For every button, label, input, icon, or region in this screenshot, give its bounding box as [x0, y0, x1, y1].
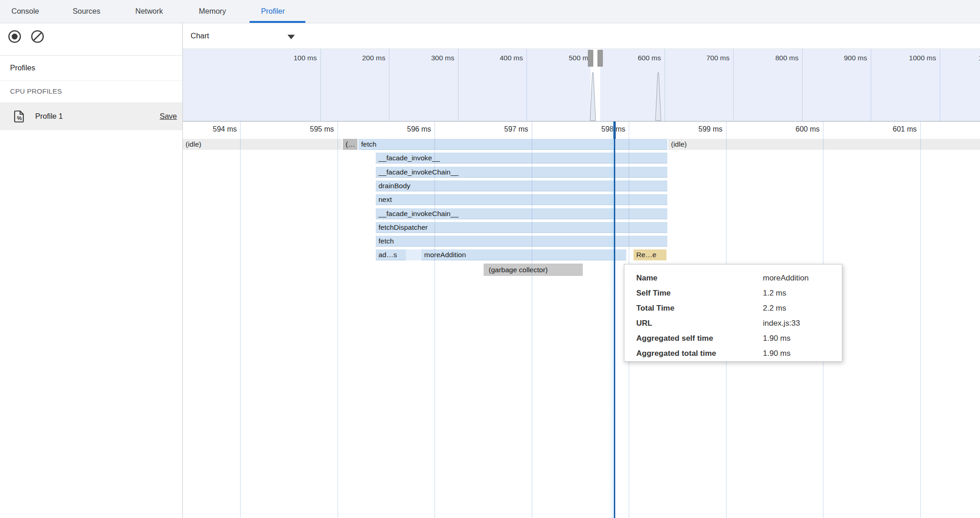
flame-bar-ad-s[interactable]: ad…s [376, 249, 406, 260]
ruler-tick-label: 596 ms [344, 125, 431, 134]
tooltip-value: 1.90 ms [763, 334, 790, 343]
time-gridline [532, 122, 533, 518]
ruler-tick-label: 600 ms [733, 125, 820, 134]
tooltip-value: index.js:33 [763, 319, 800, 328]
clear-icon[interactable] [31, 30, 44, 43]
cpu-profiles-section-heading: CPU PROFILES [10, 81, 62, 102]
time-gridline [337, 122, 338, 518]
flame-bar-idle[interactable]: (idle) [668, 139, 980, 150]
flame-bar-idle[interactable]: (idle) [183, 139, 342, 150]
detail-time-ruler: 594 ms595 ms596 ms597 ms598 ms599 ms600 … [183, 122, 980, 139]
playhead-line [614, 122, 615, 518]
sidebar-divider [182, 23, 183, 518]
sidebar-item-profile-1[interactable]: % Profile 1 Save [0, 102, 182, 130]
view-mode-dropdown[interactable]: Chart [191, 23, 209, 48]
tooltip-value: moreAddition [763, 274, 809, 283]
timeline-overview[interactable]: 100 ms200 ms300 ms400 ms500 ms600 ms700 … [183, 48, 980, 122]
flame-bar-fetchdispatcher[interactable]: fetchDispatcher [376, 222, 667, 233]
tooltip-value: 1.90 ms [763, 349, 790, 358]
flame-bar-drainbody[interactable]: drainBody [376, 180, 667, 191]
flame-bar-facade-invokechain[interactable]: __facade_invokeChain__ [376, 208, 667, 219]
time-gridline [920, 122, 921, 518]
profiles-sidebar: Profiles CPU PROFILES % Profile 1 Save [0, 55, 182, 518]
ruler-tick-label: 595 ms [247, 125, 334, 134]
tooltip-row: Total Time2.2 ms [624, 301, 842, 316]
record-icon[interactable] [8, 30, 21, 43]
tooltip-row: NamemoreAddition [624, 270, 842, 285]
tooltip-label: Self Time [636, 289, 763, 298]
profiler-left-toolbar [0, 23, 182, 56]
tooltip-row: Aggregated self time1.90 ms [624, 331, 842, 346]
tooltip-row: Self Time1.2 ms [624, 285, 842, 301]
chevron-down-icon[interactable] [288, 35, 295, 39]
ruler-tick-label: 601 ms [830, 125, 917, 134]
profile-document-icon: % [14, 110, 25, 123]
flame-bar-fetch[interactable]: fetch [376, 236, 667, 247]
save-profile-link[interactable]: Save [160, 102, 177, 130]
profiles-heading: Profiles [10, 55, 35, 80]
flame-chart: (idle)(…fetch(idle)__facade_invoke____fa… [183, 139, 980, 518]
flame-bar-fetch[interactable]: fetch [358, 139, 667, 150]
profiles-header-row: Profiles [0, 55, 182, 81]
tab-sources[interactable]: Sources [73, 0, 101, 22]
frame-tooltip: NamemoreAdditionSelf Time1.2 msTotal Tim… [624, 264, 842, 362]
svg-text:%: % [17, 115, 22, 122]
tooltip-row: URLindex.js:33 [624, 316, 842, 331]
tab-profiler[interactable]: Profiler [261, 0, 285, 22]
time-gridline [240, 122, 241, 518]
time-gridline [434, 122, 435, 518]
flame-bar-span[interactable]: (… [343, 139, 357, 150]
tooltip-label: Name [636, 274, 763, 283]
playhead-glow [609, 122, 614, 518]
tooltip-value: 2.2 ms [763, 304, 786, 313]
flame-bar-re-e[interactable]: Re…e [634, 249, 666, 260]
profiler-chart-panel: 100 ms200 ms300 ms400 ms500 ms600 ms700 … [183, 48, 980, 518]
profile-name: Profile 1 [35, 102, 63, 130]
devtools-tab-bar: ConsoleSourcesNetworkMemoryProfiler [0, 0, 980, 23]
flame-bar-moreaddition[interactable]: moreAddition [421, 249, 626, 260]
tooltip-label: Aggregated self time [636, 334, 763, 343]
ruler-tick-label: 594 ms [183, 125, 237, 134]
tooltip-row: Aggregated total time1.90 ms [624, 346, 842, 361]
tooltip-value: 1.2 ms [763, 289, 786, 298]
selection-handle-left[interactable] [588, 50, 593, 67]
selection-handle-right[interactable] [597, 50, 603, 67]
tab-memory[interactable]: Memory [199, 0, 226, 22]
ruler-tick-label: 599 ms [636, 125, 723, 134]
tab-network[interactable]: Network [135, 0, 163, 22]
overview-activity-spikes [183, 49, 980, 121]
flame-bar-facade-invokechain[interactable]: __facade_invokeChain__ [376, 167, 667, 178]
tab-console[interactable]: Console [11, 0, 39, 22]
flame-bar-span [406, 249, 421, 260]
active-tab-underline [250, 21, 305, 23]
chart-toolbar: Chart [183, 23, 980, 49]
flame-bar-next[interactable]: next [376, 194, 667, 205]
ruler-tick-label: 597 ms [442, 125, 528, 134]
flame-bar-garbage-collector[interactable]: (garbage collector) [484, 264, 583, 276]
tooltip-label: URL [636, 319, 763, 328]
tooltip-label: Aggregated total time [636, 349, 763, 358]
tooltip-label: Total Time [636, 304, 763, 313]
playhead-marker [613, 122, 616, 139]
flame-bar-facade-invoke[interactable]: __facade_invoke__ [376, 153, 667, 164]
